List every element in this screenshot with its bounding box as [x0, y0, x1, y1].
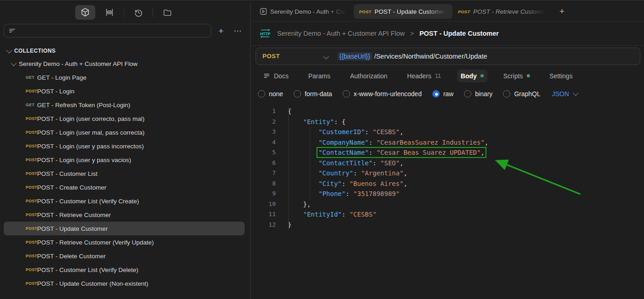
sidebar-request-item[interactable]: POST POST - Login (user y pass incorrect…: [4, 139, 245, 153]
chevron-down-icon: [11, 60, 17, 66]
line-number: 10: [251, 199, 276, 210]
line-number: 7: [251, 168, 276, 179]
request-name: POST - Login (user y pass incorrectos): [37, 143, 144, 150]
method-badge: POST: [26, 185, 37, 190]
request-name: POST - Update Customer: [37, 225, 108, 232]
sidebar-request-item[interactable]: POST POST - Login (user mal, pass correc…: [4, 125, 245, 139]
request-tab-label: Headers: [407, 72, 431, 80]
sidebar-request-item[interactable]: POST POST - Update Customer: [4, 222, 245, 235]
line-number: 8: [251, 179, 276, 189]
method-badge: POST: [26, 199, 37, 203]
annotation-highlight-box: "ContactName": "Cesar Beas Suarez UPDATE…: [318, 149, 484, 156]
sidebar-request-item[interactable]: GET GET - Login Page: [4, 71, 245, 84]
body-mode-radio[interactable]: none: [258, 90, 283, 98]
runner-play-icon: [260, 8, 267, 15]
tab-label: POST - Retrieve Customer: [473, 8, 546, 15]
sidebar-request-item[interactable]: POST POST - Delete Customer: [4, 249, 245, 263]
tab-update-customer[interactable]: POST POST - Update Customer: [354, 4, 453, 19]
request-tab[interactable]: Settings: [546, 70, 577, 82]
sidebar-request-item[interactable]: POST POST - Login (user correcto, pass m…: [4, 112, 245, 125]
request-tab[interactable]: Docs: [260, 70, 292, 82]
chevron-down-icon[interactable]: [323, 53, 329, 59]
add-button[interactable]: +: [216, 26, 226, 36]
sidebar-request-item[interactable]: POST POST - Update Customer (Non-existen…: [4, 277, 245, 290]
collections-icon[interactable]: [75, 5, 95, 20]
body-mode-radio[interactable]: binary: [464, 90, 492, 98]
method-select[interactable]: POST: [262, 53, 280, 60]
collections-header[interactable]: COLLECTIONS: [0, 45, 250, 57]
line-number: 12: [251, 220, 276, 230]
radio-icon[interactable]: [503, 90, 510, 98]
request-name: POST - Create Customer: [37, 184, 106, 191]
request-tab[interactable]: Scripts: [500, 70, 534, 82]
more-options-button[interactable]: ⋯: [231, 26, 245, 36]
sidebar-request-item[interactable]: POST POST - Login (user y pass vacios): [4, 153, 245, 167]
tab-method-badge: POST: [359, 9, 371, 14]
sidebar-request-item[interactable]: POST POST - Customer List (Verify Delete…: [4, 263, 245, 277]
collection-row[interactable]: Serenity Demo - Auth + Customer API Flow: [0, 57, 250, 71]
sidebar-request-item[interactable]: GET GET - Refresh Token (Post-Login): [4, 98, 245, 112]
radio-icon[interactable]: [464, 90, 471, 98]
tab-retrieve-customer[interactable]: POST POST - Retrieve Customer: [453, 4, 552, 19]
sidebar-request-item[interactable]: POST POST - Create Customer: [4, 180, 245, 194]
code-line: 2 "Entity": {: [251, 117, 644, 127]
sidebar-request-item[interactable]: POST POST - Retrieve Customer (Verify Up…: [4, 235, 245, 249]
body-mode-radio[interactable]: GraphQL: [503, 90, 540, 98]
green-dot-indicator: [527, 74, 530, 77]
green-dot-indicator: [480, 74, 484, 77]
language-label: JSON: [552, 90, 569, 98]
sidebar-request-item[interactable]: POST POST - Login: [4, 84, 245, 98]
collections-header-label: COLLECTIONS: [14, 48, 55, 54]
toolbar-separator: [124, 8, 124, 17]
breadcrumb: HTTP Serenity Demo - Auth + Customer API…: [251, 22, 644, 46]
body-mode-radio[interactable]: raw: [432, 90, 454, 98]
code-line: 12}: [251, 220, 644, 230]
url-input[interactable]: {{baseUrl}} /Services/Northwind/Customer…: [338, 52, 487, 60]
breadcrumb-collection[interactable]: Serenity Demo - Auth + Customer API Flow: [277, 30, 404, 37]
filter-input[interactable]: [4, 24, 211, 38]
body-mode-label: binary: [475, 90, 492, 98]
radio-icon[interactable]: [432, 90, 440, 98]
filter-text-field[interactable]: [19, 27, 206, 34]
radio-icon[interactable]: [258, 90, 265, 98]
gutter-separator: [289, 106, 289, 230]
request-tab[interactable]: Body: [457, 70, 487, 82]
environments-icon[interactable]: [102, 5, 117, 20]
sidebar-request-item[interactable]: POST POST - Customer List (Verify Create…: [4, 194, 245, 208]
url-path: /Services/Northwind/Customer/Update: [374, 53, 487, 60]
line-number: 5: [251, 147, 276, 158]
request-tab[interactable]: Params: [305, 70, 334, 82]
request-tab-label: Params: [308, 72, 330, 80]
request-tab[interactable]: Authorization: [346, 70, 391, 82]
body-mode-label: GraphQL: [514, 90, 540, 98]
body-mode-label: raw: [443, 90, 454, 98]
line-number: 11: [251, 209, 276, 220]
api-client-window: + ⋯ COLLECTIONS Serenity Demo - Auth + C…: [0, 0, 644, 299]
language-select[interactable]: JSON: [552, 90, 577, 98]
tab-label: Serenity Demo - Auth + Customer API Flow: [270, 8, 348, 15]
sidebar-request-item[interactable]: POST POST - Customer List: [4, 167, 245, 180]
tab-collection-runner[interactable]: Serenity Demo - Auth + Customer API Flow: [254, 4, 354, 19]
line-number: 9: [251, 189, 276, 199]
code-text: "CustomerID": "CESBS",: [288, 127, 404, 137]
method-badge: POST: [26, 226, 37, 231]
folder-icon[interactable]: [159, 5, 175, 20]
url-bar[interactable]: POST {{baseUrl}} /Services/Northwind/Cus…: [256, 48, 640, 65]
code-editor[interactable]: 1{2 "Entity": {3 "CustomerID": "CESBS",4…: [251, 103, 644, 299]
method-badge: POST: [26, 254, 37, 258]
body-mode-radio[interactable]: form-data: [294, 90, 332, 98]
body-mode-radio[interactable]: x-www-form-urlencoded: [343, 90, 422, 98]
code-text: "Entity": {: [288, 117, 345, 127]
radio-icon[interactable]: [294, 90, 301, 98]
body-mode-row: none form-data x-www-form-urlencoded: [251, 85, 644, 103]
new-tab-button[interactable]: +: [555, 6, 569, 16]
method-badge: POST: [26, 116, 37, 121]
http-icon: HTTP: [259, 28, 272, 39]
code-line: 11 "EntityId": "CESBS": [251, 209, 644, 220]
base-url-variable: {{baseUrl}}: [338, 52, 372, 60]
history-icon[interactable]: [131, 5, 146, 20]
sidebar-request-item[interactable]: POST POST - Retrieve Customer: [4, 208, 245, 222]
method-badge: GET: [26, 103, 37, 107]
request-tab[interactable]: Headers 11: [404, 70, 445, 82]
radio-icon[interactable]: [343, 90, 350, 98]
